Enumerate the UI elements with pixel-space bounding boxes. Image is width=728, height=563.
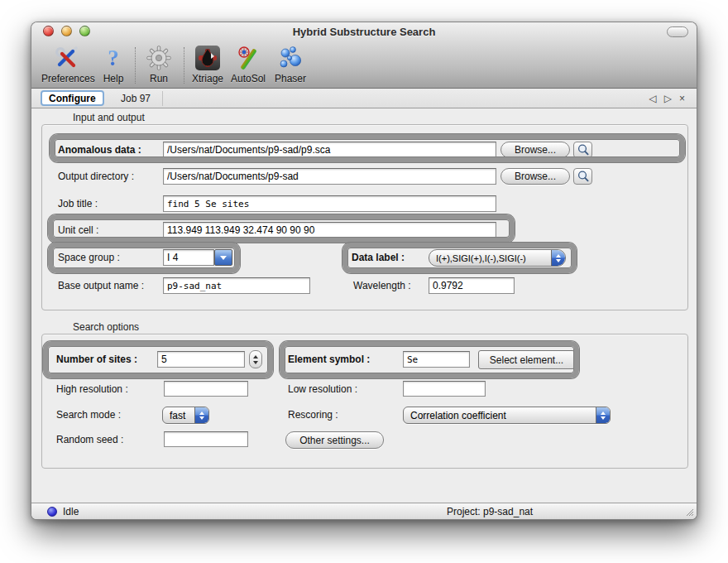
low-resolution-input[interactable] (403, 381, 486, 397)
high-resolution-input[interactable] (164, 381, 248, 397)
space-group-combo-input[interactable] (163, 249, 214, 266)
toolbar-item-label: Run (134, 73, 184, 84)
space-group-dropdown-button[interactable] (214, 249, 232, 266)
search-mode-label: Search mode : (56, 407, 121, 423)
element-symbol-label: Element symbol : (288, 351, 370, 368)
rescoring-label: Rescoring : (288, 407, 338, 423)
resize-grip[interactable] (685, 508, 694, 517)
tab-back-icon[interactable]: ◁ (649, 93, 657, 104)
output-directory-browse-button[interactable]: Browse... (500, 168, 570, 185)
project-label: Project: p9-sad_nat (447, 503, 533, 520)
data-label-label: Data label : (352, 249, 405, 266)
number-of-sites-label: Number of sites : (56, 351, 137, 368)
title-bar[interactable]: Hybrid Substructure Search (31, 22, 697, 41)
unit-cell-input[interactable] (163, 222, 496, 238)
toolbar-item-label: Phaser (266, 73, 315, 84)
section-title-search-options: Search options (73, 321, 139, 333)
toolbar-item-label: Preferences (41, 73, 91, 84)
base-output-name-input[interactable] (163, 277, 310, 294)
anomalous-data-label: Anomalous data : (58, 142, 141, 158)
close-window-button[interactable] (43, 26, 54, 36)
space-group-label: Space group : (58, 249, 120, 266)
popup-stepper-icon (551, 250, 565, 266)
traffic-lights (43, 26, 90, 36)
unit-cell-label: Unit cell : (58, 222, 98, 238)
toolbar-item-preferences[interactable]: Preferences (41, 44, 91, 84)
app-window: Hybrid Substructure Search Preferences (31, 22, 697, 520)
arrow-up-icon (253, 355, 258, 358)
tab-bar: Configure Job 97 ◁ ▷ × (31, 89, 697, 108)
tab-job-97[interactable]: Job 97 (116, 89, 156, 108)
anomalous-data-view-button[interactable] (573, 142, 592, 158)
output-directory-input[interactable] (163, 168, 496, 185)
popup-stepper-icon (596, 407, 610, 423)
zoom-window-button[interactable] (79, 26, 90, 36)
help-icon: ? (89, 44, 138, 72)
tools-icon (41, 44, 91, 72)
desktop: Hybrid Substructure Search Preferences (0, 0, 728, 563)
low-resolution-label: Low resolution : (288, 381, 357, 397)
high-resolution-label: High resolution : (56, 381, 128, 397)
status-text: Idle (63, 503, 79, 520)
wavelength-label: Wavelength : (353, 277, 411, 294)
tab-divider (162, 91, 163, 106)
tab-forward-icon[interactable]: ▷ (664, 93, 672, 104)
number-of-sites-stepper[interactable] (249, 350, 262, 368)
wavelength-input[interactable] (429, 277, 515, 294)
status-idle-icon (47, 507, 57, 517)
job-title-label: Job title : (58, 195, 98, 212)
data-label-popup[interactable]: I(+),SIGI(+),I(-),SIGI(-) (429, 249, 566, 267)
tab-configure[interactable]: Configure (41, 90, 104, 106)
gear-icon (134, 44, 184, 72)
output-directory-view-button[interactable] (573, 168, 592, 185)
select-element-button[interactable]: Select element... (478, 350, 575, 369)
anomalous-data-input[interactable] (163, 142, 496, 158)
element-symbol-input[interactable] (403, 351, 470, 368)
phaser-molecules-icon (266, 44, 315, 72)
anomalous-data-browse-button[interactable]: Browse... (500, 142, 570, 158)
search-mode-popup[interactable]: fast (162, 407, 209, 424)
job-title-input[interactable] (163, 195, 496, 212)
random-seed-label: Random seed : (56, 431, 123, 448)
magnifier-icon (577, 143, 590, 156)
toolbar-item-run[interactable]: Run (134, 44, 184, 84)
output-directory-label: Output directory : (58, 168, 134, 185)
popup-stepper-icon (194, 407, 208, 423)
status-bar: Idle Project: p9-sad_nat (31, 503, 697, 519)
random-seed-input[interactable] (164, 431, 248, 447)
toolbar-item-help[interactable]: ? Help (89, 44, 138, 84)
other-settings-button[interactable]: Other settings... (285, 431, 384, 449)
toolbar-toggle-button[interactable] (667, 26, 688, 37)
magnifier-icon (577, 170, 590, 183)
rescoring-popup[interactable]: Correlation coefficient (403, 407, 611, 424)
base-output-name-label: Base output name : (58, 277, 144, 294)
minimize-window-button[interactable] (61, 26, 72, 36)
tab-close-icon[interactable]: × (679, 93, 685, 104)
window-chrome: Hybrid Substructure Search Preferences (31, 22, 697, 89)
number-of-sites-input[interactable] (157, 351, 245, 368)
section-title-input-output: Input and output (73, 112, 145, 123)
window-title: Hybrid Substructure Search (31, 22, 697, 41)
chevron-down-icon (220, 256, 227, 260)
toolbar-item-phaser[interactable]: Phaser (266, 44, 315, 84)
arrow-down-icon (253, 361, 258, 364)
toolbar-item-label: Help (89, 73, 138, 84)
